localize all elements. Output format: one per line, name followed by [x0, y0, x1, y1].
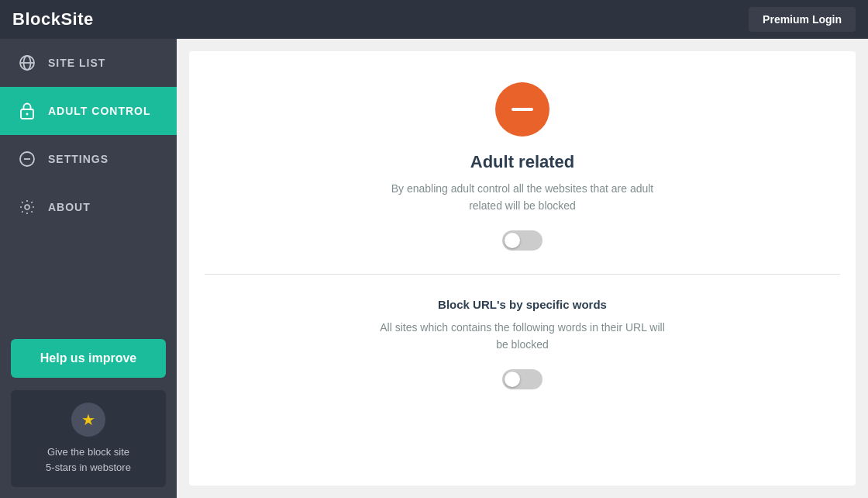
logo: BlockSite	[12, 9, 94, 29]
url-toggle-container	[502, 369, 542, 389]
adult-control-icon	[495, 82, 549, 137]
sidebar-item-settings[interactable]: SETTINGS	[0, 135, 177, 183]
minus-circle-icon	[19, 150, 36, 168]
globe-icon	[19, 54, 36, 71]
adult-toggle-container	[502, 230, 542, 251]
content-area: Adult related By enabling adult control …	[177, 39, 868, 498]
sidebar-item-settings-label: SETTINGS	[48, 153, 108, 165]
url-section-description: All sites which contains the following w…	[375, 319, 670, 354]
sidebar-item-site-list[interactable]: SITE LIST	[0, 39, 177, 87]
premium-login-button[interactable]: Premium Login	[749, 7, 856, 32]
help-improve-button[interactable]: Help us improve	[11, 339, 166, 378]
adult-section-description: By enabling adult control all the websit…	[375, 180, 670, 215]
sidebar-item-about[interactable]: ABOUT	[0, 183, 177, 231]
svg-point-7	[25, 205, 29, 209]
sidebar-item-about-label: ABOUT	[48, 201, 91, 213]
rating-box[interactable]: ★ Give the block site5-stars in webstore	[11, 390, 166, 487]
rating-text: Give the block site5-stars in webstore	[46, 444, 131, 475]
sidebar-item-site-list-label: SITE LIST	[48, 57, 105, 69]
lock-icon	[19, 102, 36, 119]
svg-point-4	[26, 113, 29, 116]
star-icon: ★	[71, 403, 105, 437]
sidebar-item-adult-control[interactable]: ADULT CONTROL	[0, 87, 177, 135]
minus-shape	[512, 108, 533, 111]
sidebar-item-adult-control-label: ADULT CONTROL	[48, 105, 151, 117]
sidebar: SITE LIST ADULT CONTROL SETTINGS	[0, 39, 177, 498]
gear-icon	[19, 199, 36, 216]
main-layout: SITE LIST ADULT CONTROL SETTINGS	[0, 39, 868, 498]
url-section-title: Block URL's by specific words	[438, 298, 607, 311]
url-block-toggle[interactable]	[502, 369, 542, 389]
content-card: Adult related By enabling adult control …	[189, 51, 856, 486]
section-divider	[205, 274, 840, 275]
adult-section-title: Adult related	[470, 152, 574, 172]
adult-control-toggle[interactable]	[502, 230, 542, 251]
header: BlockSite Premium Login	[0, 0, 868, 39]
